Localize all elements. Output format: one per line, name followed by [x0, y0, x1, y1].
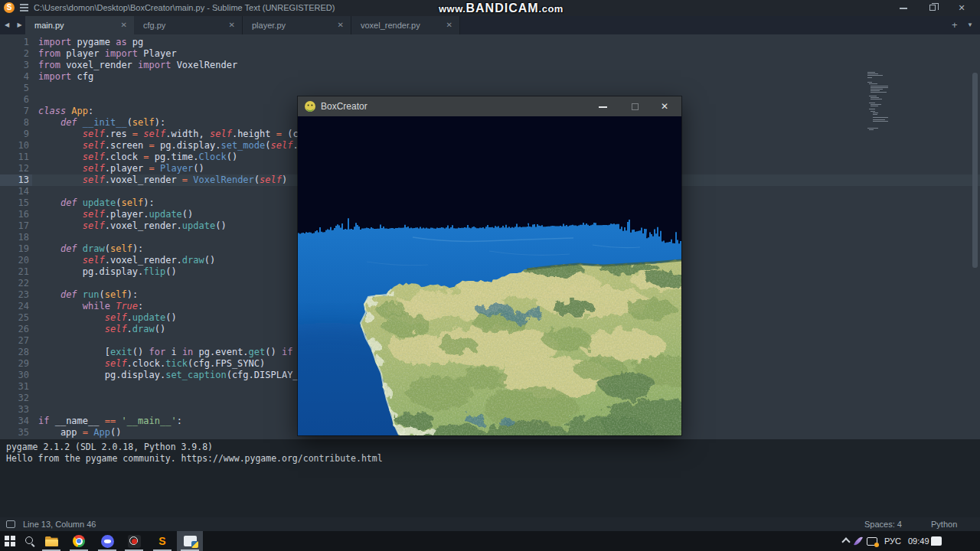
- console-line: Hello from the pygame community. https:/…: [6, 453, 980, 465]
- taskbar: S РУС 09:49: [0, 531, 980, 551]
- tab-player-py[interactable]: player.py✕: [243, 16, 351, 34]
- chrome-icon: [73, 535, 85, 547]
- boxcreator-maximize-button[interactable]: [622, 96, 648, 116]
- tab-overflow-icon[interactable]: ▼: [967, 16, 973, 34]
- tab-bar: ◀ ▶ main.py✕ cfg.py✕ player.py✕ voxel_re…: [0, 16, 980, 34]
- tab-main-py[interactable]: main.py✕: [25, 16, 134, 34]
- discord-icon: [101, 535, 114, 548]
- file-explorer-button[interactable]: [41, 531, 61, 551]
- tray-display-icon[interactable]: [867, 537, 877, 546]
- restore-button[interactable]: [921, 0, 944, 16]
- menu-icon[interactable]: [20, 4, 28, 11]
- code-line[interactable]: 1import pygame as pg: [0, 37, 980, 48]
- sublime-title-bar: S C:\Users\domon\Desktop\BoxCreator\main…: [0, 0, 980, 16]
- clock[interactable]: 09:49: [908, 531, 929, 551]
- status-bar: Line 13, Column 46 Spaces: 4 Python: [0, 517, 980, 531]
- chrome-button[interactable]: [69, 531, 89, 551]
- window-title: C:\Users\domon\Desktop\BoxCreator\main.p…: [34, 0, 335, 16]
- voxel-terrain-render: [298, 116, 681, 435]
- cursor-position: Line 13, Column 46: [23, 517, 96, 531]
- close-button[interactable]: ✕: [950, 0, 973, 16]
- notification-icon[interactable]: [931, 536, 942, 546]
- syntax-mode[interactable]: Python: [931, 517, 957, 531]
- start-button[interactable]: [0, 531, 20, 551]
- boxcreator-close-button[interactable]: ✕: [652, 96, 678, 116]
- bandicam-button[interactable]: [124, 531, 144, 551]
- indent-setting[interactable]: Spaces: 4: [864, 517, 902, 531]
- sublime-icon: S: [158, 535, 165, 547]
- scrollbar[interactable]: [972, 73, 978, 268]
- discord-button[interactable]: [97, 531, 117, 551]
- code-line[interactable]: 2from player import Player: [0, 48, 980, 60]
- tab-cfg-py[interactable]: cfg.py✕: [134, 16, 243, 34]
- code-line[interactable]: 5: [0, 83, 980, 94]
- minimap[interactable]: [867, 70, 921, 132]
- boxcreator-minimize-button[interactable]: [590, 96, 616, 116]
- search-icon: [24, 536, 36, 547]
- selection-icon[interactable]: [6, 520, 15, 528]
- python-app-icon: [184, 536, 197, 546]
- minimize-button[interactable]: [892, 0, 915, 16]
- boxcreator-window[interactable]: BoxCreator ✕: [298, 96, 681, 435]
- sublime-logo-icon: S: [4, 2, 15, 13]
- tab-close-icon[interactable]: ✕: [446, 16, 452, 34]
- pygame-icon: [304, 100, 316, 112]
- tab-nav-arrows[interactable]: ◀ ▶: [5, 16, 25, 34]
- folder-icon: [45, 536, 58, 546]
- boxcreator-title-bar[interactable]: BoxCreator ✕: [298, 96, 681, 116]
- tab-close-icon[interactable]: ✕: [121, 16, 127, 34]
- new-tab-button[interactable]: +: [952, 16, 958, 34]
- bandicam-icon: [128, 535, 141, 548]
- tab-close-icon[interactable]: ✕: [338, 16, 344, 34]
- tab-close-icon[interactable]: ✕: [229, 16, 235, 34]
- tab-voxel-render-py[interactable]: voxel_render.py✕: [351, 16, 460, 34]
- boxcreator-title: BoxCreator: [321, 96, 368, 116]
- sublime-text-button[interactable]: S: [152, 531, 172, 551]
- code-line[interactable]: 4import cfg: [0, 71, 980, 83]
- language-indicator[interactable]: РУС: [884, 531, 901, 551]
- windows-logo-icon: [5, 536, 15, 546]
- console-panel[interactable]: pygame 2.1.2 (SDL 2.0.18, Python 3.9.8) …: [0, 439, 980, 517]
- console-line: pygame 2.1.2 (SDL 2.0.18, Python 3.9.8): [6, 442, 980, 453]
- search-button[interactable]: [20, 531, 40, 551]
- bandicam-watermark: www.BANDICAM.com: [439, 1, 564, 16]
- tray-expand-icon[interactable]: [841, 537, 850, 546]
- pygame-app-button[interactable]: [177, 531, 203, 551]
- tray-feather-icon[interactable]: [854, 535, 863, 546]
- code-line[interactable]: 3from voxel_render import VoxelRender: [0, 60, 980, 71]
